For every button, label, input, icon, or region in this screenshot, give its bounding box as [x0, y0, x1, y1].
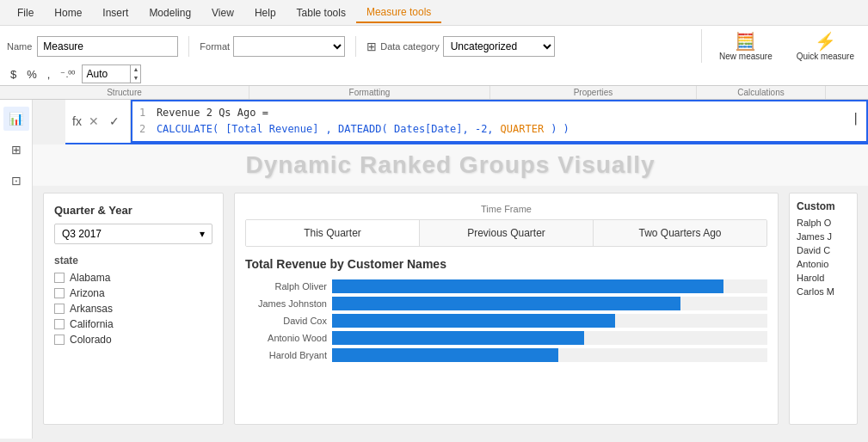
ribbon-data-cat-group: ⊞ Data category Uncategorized	[366, 36, 564, 57]
time-btn-previous-quarter[interactable]: Previous Quarter	[420, 220, 594, 246]
filter-arkansas-checkbox[interactable]	[54, 304, 65, 314]
filter-alabama: Alabama	[54, 272, 212, 284]
canvas-area: Dynamic Ranked Groups Visually Quarter &…	[33, 144, 868, 439]
right-list-harold: Harold	[797, 273, 850, 283]
filter-arkansas: Arkansas	[54, 303, 212, 315]
ribbon-format-dropdown[interactable]	[233, 36, 345, 57]
sidebar-model-icon[interactable]: ⊡	[3, 169, 29, 193]
filter-colorado-checkbox[interactable]	[54, 335, 65, 345]
chart-row-james: James Johnston	[245, 297, 767, 310]
section-structure: Structure	[0, 86, 249, 99]
state-filter-title: state	[54, 255, 212, 267]
auto-arrows: ▲ ▼	[130, 65, 140, 83]
chart-bar-harold	[332, 348, 558, 362]
formula-line-1: 1 Revenue 2 Qs Ago =	[139, 105, 859, 121]
formula-quarter-text: QUARTER	[501, 121, 545, 138]
menu-bar: File Home Insert Modeling View Help Tabl…	[0, 0, 868, 26]
comma-symbol[interactable]: ,	[44, 66, 54, 83]
chart-title: Total Revenue by Customer Names	[245, 257, 767, 271]
formula-bar-controls: fx ✕ ✓	[65, 100, 131, 143]
section-calculations: Calculations	[697, 86, 826, 99]
chart-bar-container-ralph	[332, 279, 767, 293]
chart-area: Ralph Oliver James Johnston	[245, 279, 767, 362]
filter-california-checkbox[interactable]	[54, 319, 65, 329]
quick-measure-label: Quick measure	[797, 52, 854, 61]
data-category-icon: ⊞	[366, 40, 377, 53]
section-properties: Properties	[490, 86, 697, 99]
filter-california: California	[54, 318, 212, 330]
auto-box: ▲ ▼	[82, 64, 141, 83]
chart-row-harold: Harold Bryant	[245, 348, 767, 362]
right-panel: Custom Ralph O James J David C Antonio H…	[789, 193, 858, 425]
time-frame-label: Time Frame	[245, 204, 767, 214]
ribbon-format-group: Format	[200, 36, 356, 57]
menu-insert[interactable]: Insert	[92, 3, 139, 22]
right-list-ralph: Ralph O	[797, 218, 850, 228]
chart-label-david: David Cox	[245, 316, 327, 326]
formula-cursor: |	[853, 108, 859, 127]
menu-help[interactable]: Help	[244, 3, 286, 22]
menu-home[interactable]: Home	[44, 3, 92, 22]
ribbon-calc-group: 🧮 New measure ⚡ Quick measure	[701, 29, 861, 63]
ribbon-name-group: Name	[7, 36, 189, 57]
filter-arizona-label: Arizona	[70, 287, 105, 299]
sidebar-icons: 📊 ⊞ ⊡	[0, 100, 33, 439]
auto-input[interactable]	[83, 66, 130, 82]
fx-icon: fx	[72, 114, 82, 128]
formula-confirm-button[interactable]: ✓	[106, 113, 123, 130]
menu-view[interactable]: View	[201, 3, 244, 22]
chart-bar-david	[332, 314, 615, 328]
right-panel-title: Custom	[797, 200, 850, 212]
arrow-up[interactable]: ▲	[131, 65, 140, 74]
percent-symbol[interactable]: %	[23, 66, 40, 83]
quarter-year-dropdown[interactable]: Q3 2017 ▾	[54, 224, 212, 244]
filter-arizona-checkbox[interactable]	[54, 288, 65, 298]
menu-measure-tools[interactable]: Measure tools	[356, 3, 441, 23]
time-btn-two-quarters[interactable]: Two Quarters Ago	[594, 220, 766, 246]
formula-bar: fx ✕ ✓ 1 Revenue 2 Qs Ago = 2 CALCULATE(…	[65, 100, 868, 144]
content-panels: Quarter & Year Q3 2017 ▾ state Alabama A…	[33, 186, 868, 432]
ribbon-data-cat-dropdown[interactable]: Uncategorized	[443, 36, 555, 57]
decimal-decrease-symbol[interactable]: ⁻.⁰⁰	[57, 67, 78, 82]
dollar-symbol[interactable]: $	[7, 66, 20, 83]
ribbon: Name Format ⊞ Data category Uncategorize…	[0, 26, 868, 86]
sidebar-table-icon[interactable]: ⊞	[3, 138, 29, 162]
sidebar-chart-icon[interactable]: 📊	[3, 107, 29, 131]
ribbon-sections: Structure Formatting Properties Calculat…	[0, 86, 868, 100]
ribbon-name-label: Name	[7, 41, 32, 52]
left-panel: Quarter & Year Q3 2017 ▾ state Alabama A…	[43, 193, 224, 425]
filter-arkansas-label: Arkansas	[70, 303, 113, 315]
right-list-antonio: Antonio	[797, 259, 850, 269]
quarter-year-value: Q3 2017	[62, 228, 102, 240]
quick-measure-button[interactable]: ⚡ Quick measure	[790, 29, 861, 63]
filter-alabama-checkbox[interactable]	[54, 273, 65, 283]
formula-linenum-1: 1	[139, 105, 150, 121]
filter-arizona: Arizona	[54, 287, 212, 299]
right-list-david: David C	[797, 245, 850, 255]
formula-linenum-2: 2	[139, 121, 150, 138]
formula-editor[interactable]: 1 Revenue 2 Qs Ago = 2 CALCULATE( [Total…	[131, 100, 868, 143]
chart-row-ralph: Ralph Oliver	[245, 279, 767, 293]
ribbon-name-input[interactable]	[37, 36, 178, 57]
chart-label-antonio: Antonio Wood	[245, 333, 327, 343]
formula-line1-text: Revenue 2 Qs Ago =	[157, 105, 268, 121]
arrow-down[interactable]: ▼	[131, 74, 140, 83]
new-measure-button[interactable]: 🧮 New measure	[712, 29, 779, 63]
formula-line-2: 2 CALCULATE( [Total Revenue] , DATEADD( …	[139, 121, 859, 138]
filter-california-label: California	[70, 318, 114, 330]
middle-panel: Time Frame This Quarter Previous Quarter…	[234, 193, 779, 425]
main-area: 📊 ⊞ ⊡ fx ✕ ✓ 1 Revenue 2 Qs Ago = 2 CALC…	[0, 100, 868, 439]
right-list-james: James J	[797, 231, 850, 242]
menu-table-tools[interactable]: Table tools	[286, 3, 356, 22]
menu-file[interactable]: File	[7, 3, 44, 22]
menu-modeling[interactable]: Modeling	[139, 3, 201, 22]
section-formatting: Formatting	[249, 86, 490, 99]
time-btn-this-quarter[interactable]: This Quarter	[246, 220, 420, 246]
chevron-down-icon: ▾	[200, 228, 205, 240]
chart-row-antonio: Antonio Wood	[245, 331, 767, 345]
formula-cancel-button[interactable]: ✕	[85, 113, 102, 130]
chart-bar-antonio	[332, 331, 584, 345]
formula-dateadd-text: , DATEADD( Dates[Date], -2,	[326, 121, 494, 138]
chart-bar-container-james	[332, 297, 767, 310]
ribbon-row2: $ % , ⁻.⁰⁰ ▲ ▼	[7, 63, 861, 85]
